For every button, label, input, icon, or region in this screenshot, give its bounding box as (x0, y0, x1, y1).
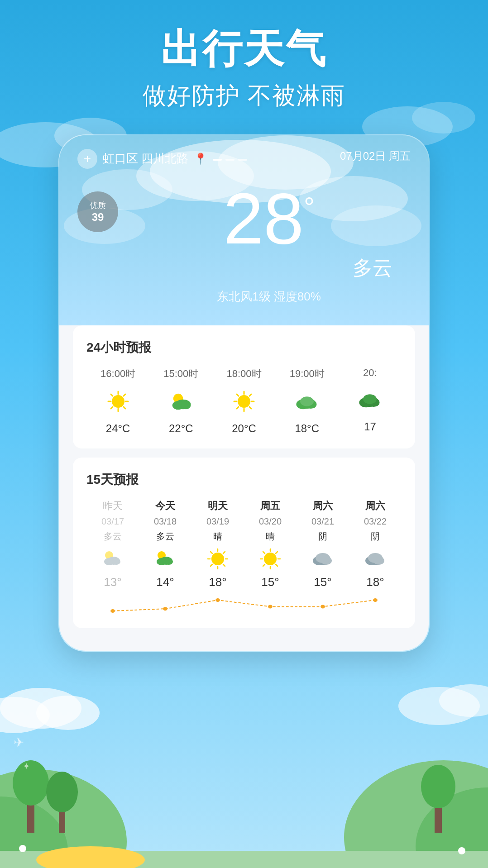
svg-point-18 (0, 697, 50, 733)
svg-point-7 (416, 787, 488, 868)
svg-line-40 (124, 394, 125, 396)
svg-point-19 (0, 688, 81, 729)
dot-1 (213, 159, 222, 161)
svg-rect-13 (435, 792, 442, 833)
svg-point-92 (316, 553, 330, 563)
cards-section: 24小时预报 16:00时 (59, 325, 429, 651)
hour-item-3: 18:00时 (212, 367, 275, 435)
svg-point-17 (458, 847, 465, 854)
svg-rect-8 (0, 851, 488, 868)
partly-cloudy-icon-1 (167, 388, 195, 415)
svg-line-78 (223, 552, 225, 553)
phone-mockup: + 虹口区 四川北路 📍 07月02日 周五 优质 39 (58, 134, 430, 652)
daily-col-3: 周五 03/20 晴 (244, 499, 297, 589)
weather-condition: 多云 (353, 255, 392, 281)
svg-point-20 (36, 696, 100, 730)
daily-header: 昨天 03/17 多云 13° (86, 499, 402, 589)
daily-title: 15天预报 (86, 471, 402, 488)
main-title: 出行天气 (0, 27, 488, 71)
svg-point-6 (344, 760, 488, 868)
daily-col-4: 周六 03/21 阴 15° (297, 499, 349, 589)
svg-point-4 (0, 769, 127, 868)
daily-icon-3 (258, 546, 283, 572)
svg-point-70 (165, 558, 173, 565)
daily-col-5: 周六 03/22 阴 18° (349, 499, 402, 589)
dot-3 (238, 159, 247, 161)
svg-line-39 (124, 407, 125, 409)
weather-header: + 虹口区 四川北路 📍 07月02日 周五 优质 39 (59, 135, 429, 325)
daily-col-2: 明天 03/19 晴 (191, 499, 244, 589)
daily-col-1: 今天 03/18 多云 14° (139, 499, 191, 589)
svg-line-41 (111, 407, 113, 409)
svg-line-38 (111, 394, 113, 396)
svg-point-16 (19, 845, 26, 852)
degree-symbol: ° (304, 191, 315, 223)
hourly-forecast-list: 16:00时 (86, 367, 402, 435)
svg-line-88 (263, 564, 265, 566)
daily-forecast-card: 15天预报 昨天 03/17 多云 (73, 458, 415, 628)
daily-icon-2 (205, 546, 230, 572)
weather-details: 东北风1级 湿度80% (217, 290, 321, 303)
svg-rect-9 (27, 787, 34, 833)
svg-line-53 (249, 394, 251, 396)
temp-trend (86, 596, 402, 615)
svg-point-22 (439, 684, 488, 717)
hour-item-2: 15:00时 22°C (149, 367, 212, 435)
svg-line-77 (223, 564, 225, 566)
daily-icon-4 (310, 546, 335, 572)
page-indicators (213, 159, 247, 161)
temperature-value: 28 (223, 178, 304, 259)
svg-line-52 (249, 407, 251, 409)
hourly-title: 24小时预报 (86, 339, 402, 356)
daily-col-0: 昨天 03/17 多云 13° (86, 499, 139, 589)
daily-icon-0 (100, 546, 125, 572)
svg-point-45 (181, 401, 191, 409)
location-text: 虹口区 四川北路 (103, 151, 188, 167)
svg-line-86 (276, 564, 277, 566)
temperature-section: 28° 多云 东北风1级 湿度80% (127, 182, 411, 305)
hour-item-1: 16:00时 (86, 367, 149, 435)
svg-line-51 (237, 394, 239, 396)
svg-point-14 (421, 765, 455, 808)
daily-forecast-grid: 昨天 03/17 多云 13° (86, 499, 402, 615)
svg-point-71 (211, 553, 224, 565)
svg-text:✈: ✈ (14, 735, 24, 749)
svg-point-10 (13, 760, 49, 806)
sun-icon-1 (105, 388, 132, 415)
svg-point-46 (238, 395, 250, 408)
svg-point-102 (373, 598, 378, 602)
svg-point-98 (163, 607, 167, 610)
cloudy-icon-1 (293, 388, 321, 415)
location-icon: 📍 (194, 153, 207, 165)
dot-2 (225, 159, 234, 161)
hour-item-4: 19:00时 18°C (276, 367, 339, 435)
date-display: 07月02日 周五 (340, 149, 411, 163)
svg-point-33 (112, 395, 124, 408)
svg-point-66 (112, 558, 120, 565)
svg-line-54 (237, 407, 239, 409)
daily-icon-1 (153, 546, 178, 572)
svg-point-15 (36, 846, 145, 868)
svg-point-5 (0, 796, 68, 868)
daily-icon-5 (363, 546, 388, 572)
svg-point-12 (46, 772, 78, 812)
svg-point-58 (300, 396, 314, 406)
svg-rect-11 (59, 796, 65, 833)
svg-point-101 (321, 605, 325, 608)
svg-line-85 (263, 552, 265, 553)
sub-title: 做好防护 不被淋雨 (0, 80, 488, 112)
svg-point-97 (110, 609, 115, 613)
location-group: + 虹口区 四川北路 📍 (77, 149, 247, 169)
svg-point-96 (368, 553, 383, 563)
svg-point-21 (398, 687, 480, 725)
svg-line-87 (276, 552, 277, 553)
hourly-forecast-card: 24小时预报 16:00时 (73, 325, 415, 448)
svg-point-62 (363, 394, 377, 404)
aqi-badge: 优质 39 (77, 191, 118, 232)
svg-point-100 (268, 605, 273, 608)
hour-item-5: 20: 17 (339, 367, 402, 435)
svg-text:✦: ✦ (23, 761, 30, 771)
svg-point-99 (215, 598, 220, 602)
cloudy-icon-2 (356, 386, 383, 413)
add-location-button[interactable]: + (77, 149, 97, 169)
